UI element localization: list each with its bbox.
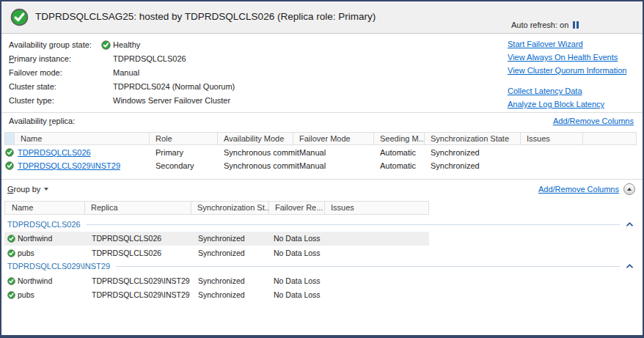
db-col-issues[interactable]: Issues bbox=[325, 201, 429, 215]
db-synchronization-state: Synchronized bbox=[198, 274, 269, 288]
db-issues bbox=[329, 246, 425, 260]
link-analyze-log-block-latency[interactable]: Analyze Log Block Latency bbox=[508, 100, 604, 109]
db-replica: TDPRDSQLCLS029\INST29 bbox=[92, 288, 191, 302]
replica-section-label: Availability replica: bbox=[9, 117, 75, 125]
healthy-check-icon bbox=[10, 8, 29, 26]
replica-col-synchronization-state[interactable]: Synchronization State bbox=[425, 132, 521, 145]
auto-refresh-label: Auto refresh: on bbox=[511, 21, 568, 29]
dashboard-titlebar: TDPRDSQLCLSAG25: hosted by TDPRDSQLCLS02… bbox=[1, 1, 643, 34]
database-table-header: Name Replica Synchronization St... Failo… bbox=[4, 201, 429, 215]
replica-col-availability-mode[interactable]: Availability Mode bbox=[218, 132, 293, 145]
label-availability-group-state: Availability group state: bbox=[9, 40, 92, 49]
replica-col-failover-mode[interactable]: Failover Mode bbox=[293, 132, 374, 145]
db-replica: TDPRDSQLCLS026 bbox=[92, 246, 191, 260]
db-failover-readiness: No Data Loss bbox=[274, 288, 325, 302]
replica-seeding-mode: Automatic bbox=[380, 159, 425, 172]
group-header[interactable]: TDPRDSQLCLS029\INST29 bbox=[7, 260, 634, 272]
db-name: Northwind bbox=[18, 232, 85, 246]
database-add-remove-columns-link[interactable]: Add/Remove Columns bbox=[538, 185, 619, 194]
db-synchronization-state: Synchronized bbox=[198, 232, 269, 246]
chevron-down-icon bbox=[44, 188, 48, 191]
db-synchronization-state: Synchronized bbox=[198, 288, 269, 302]
table-row[interactable]: TDPRDSQLCLS029\INST29 Secondary Synchron… bbox=[4, 159, 637, 172]
table-row[interactable]: pubs TDPRDSQLCLS026 Synchronized No Data… bbox=[4, 246, 429, 260]
link-collect-latency-data[interactable]: Collect Latency Data bbox=[508, 87, 582, 95]
section-divider bbox=[1, 112, 643, 113]
replica-availability-mode: Synchronous commit bbox=[224, 146, 299, 159]
replica-seeding-mode: Automatic bbox=[380, 146, 425, 159]
table-row[interactable]: TDPRDSQLCLS026 Primary Synchronous commi… bbox=[4, 146, 637, 159]
link-start-failover-wizard[interactable]: Start Failover Wizard bbox=[508, 40, 583, 48]
chevron-up-icon[interactable] bbox=[626, 263, 634, 269]
section-divider bbox=[1, 179, 643, 180]
db-replica: TDPRDSQLCLS029\INST29 bbox=[92, 274, 191, 288]
database-table-controls: Add/Remove Columns bbox=[538, 183, 635, 195]
replica-col-name[interactable]: Name bbox=[15, 132, 150, 145]
db-failover-readiness: No Data Loss bbox=[274, 274, 325, 288]
healthy-check-icon bbox=[7, 277, 15, 285]
group-rule bbox=[116, 266, 620, 267]
db-col-failover-readiness[interactable]: Failover Re... bbox=[269, 201, 325, 215]
label-primary-instance: Primary instance: bbox=[9, 54, 71, 63]
group-name: TDPRDSQLCLS026 bbox=[7, 220, 81, 229]
replica-col-role[interactable]: Role bbox=[150, 132, 218, 145]
db-issues bbox=[329, 288, 425, 302]
replica-issues bbox=[527, 146, 583, 159]
value-availability-group-state: Healthy bbox=[113, 40, 140, 49]
group-rule bbox=[87, 224, 620, 225]
replica-add-remove-columns-link[interactable]: Add/Remove Columns bbox=[553, 117, 634, 125]
table-row[interactable]: pubs TDPRDSQLCLS029\INST29 Synchronized … bbox=[4, 288, 429, 302]
replica-name-link[interactable]: TDPRDSQLCLS029\INST29 bbox=[18, 161, 120, 170]
value-cluster-state: TDPRDCLS024 (Normal Quorum) bbox=[113, 82, 235, 91]
label-cluster-state: Cluster state: bbox=[9, 82, 56, 91]
replica-role: Secondary bbox=[155, 159, 218, 172]
page-title: TDPRDSQLCLSAG25: hosted by TDPRDSQLCLS02… bbox=[35, 11, 376, 22]
chevron-up-icon bbox=[627, 188, 632, 191]
healthy-check-icon bbox=[7, 291, 15, 299]
value-primary-instance: TDPRDSQLCLS026 bbox=[113, 54, 186, 63]
replica-availability-mode: Synchronous commit bbox=[224, 159, 299, 172]
db-replica: TDPRDSQLCLS026 bbox=[92, 232, 191, 246]
healthy-check-icon bbox=[7, 235, 15, 243]
link-view-cluster-quorum-information[interactable]: View Cluster Quorum Information bbox=[508, 66, 626, 75]
label-failover-mode: Failover mode: bbox=[9, 68, 62, 77]
db-synchronization-state: Synchronized bbox=[198, 246, 269, 260]
replica-col-filler bbox=[583, 132, 637, 145]
db-name: pubs bbox=[18, 246, 85, 260]
collapse-panel-button[interactable] bbox=[623, 183, 635, 195]
db-col-name[interactable]: Name bbox=[4, 201, 85, 215]
replica-synchronization-state: Synchronized bbox=[431, 159, 521, 172]
healthy-check-icon bbox=[5, 161, 14, 170]
replica-col-icon bbox=[4, 132, 15, 145]
replica-col-seeding-mode[interactable]: Seeding M... bbox=[374, 132, 425, 145]
value-failover-mode: Manual bbox=[113, 68, 139, 77]
db-failover-readiness: No Data Loss bbox=[274, 232, 325, 246]
db-issues bbox=[329, 232, 425, 246]
group-header[interactable]: TDPRDSQLCLS026 bbox=[7, 218, 634, 230]
replica-failover-mode: Manual bbox=[299, 159, 373, 172]
pause-refresh-icon[interactable] bbox=[573, 21, 579, 29]
replica-name-link[interactable]: TDPRDSQLCLS026 bbox=[18, 148, 91, 157]
healthy-check-icon bbox=[5, 148, 14, 157]
group-by-dropdown[interactable]: Group by bbox=[7, 185, 48, 194]
healthy-check-icon bbox=[7, 249, 15, 257]
table-row[interactable]: Northwind TDPRDSQLCLS026 Synchronized No… bbox=[4, 232, 429, 246]
availability-group-dashboard: TDPRDSQLCLSAG25: hosted by TDPRDSQLCLS02… bbox=[0, 0, 644, 338]
healthy-state-icon bbox=[101, 40, 111, 50]
db-col-replica[interactable]: Replica bbox=[85, 201, 191, 215]
db-issues bbox=[329, 274, 425, 288]
auto-refresh-status: Auto refresh: on bbox=[511, 21, 579, 29]
link-view-alwayson-health-events[interactable]: View Always On Health Events bbox=[508, 53, 618, 62]
replica-table-header: Name Role Availability Mode Failover Mod… bbox=[4, 132, 637, 145]
db-name: Northwind bbox=[18, 274, 85, 288]
value-cluster-type: Windows Server Failover Cluster bbox=[113, 96, 230, 105]
replica-col-issues[interactable]: Issues bbox=[521, 132, 583, 145]
db-col-synchronization-state[interactable]: Synchronization St... bbox=[191, 201, 269, 215]
chevron-up-icon[interactable] bbox=[626, 221, 634, 227]
table-row[interactable]: Northwind TDPRDSQLCLS029\INST29 Synchron… bbox=[4, 274, 429, 288]
replica-failover-mode: Manual bbox=[299, 146, 373, 159]
db-failover-readiness: No Data Loss bbox=[274, 246, 325, 260]
replica-synchronization-state: Synchronized bbox=[431, 146, 521, 159]
label-cluster-type: Cluster type: bbox=[9, 96, 54, 105]
replica-role: Primary bbox=[155, 146, 218, 159]
